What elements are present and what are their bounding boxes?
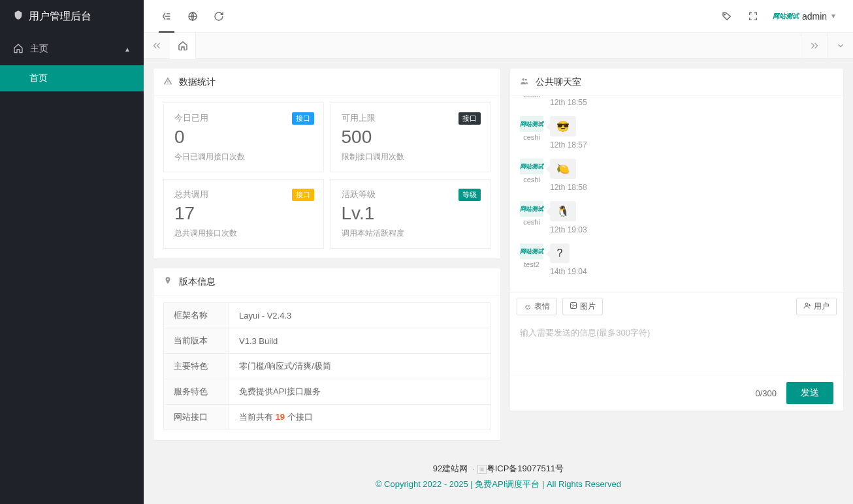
stats-header: 数据统计 — [153, 69, 500, 96]
logo[interactable]: 用户管理后台 — [0, 0, 144, 33]
chat-username: test2 — [520, 260, 543, 268]
table-row: 主要特色零门槛/响应式/清爽/极简 — [164, 354, 491, 379]
image-icon — [570, 302, 577, 311]
stat-value: Lv.1 — [342, 203, 480, 224]
home-icon — [13, 43, 24, 55]
stat-card: 接口 总共调用 17 总共调用接口次数 — [163, 179, 324, 249]
stat-desc: 限制接口调用次数 — [342, 151, 480, 163]
footer-icp-link[interactable]: 粤ICP备19077511号 — [487, 464, 564, 473]
stat-card: 等级 活跃等级 Lv.1 调用本站活跃程度 — [330, 179, 491, 249]
users-icon — [520, 76, 529, 87]
chat-bubble: 🍋 — [550, 159, 576, 179]
chat-messages[interactable]: 网站测试 ceshi 😀 12th 18:55 网站测试 ceshi 😎 12t… — [510, 96, 843, 292]
smile-icon: ☺ — [524, 302, 532, 311]
stat-badge: 接口 — [459, 112, 481, 125]
chat-username: ceshi — [520, 176, 543, 183]
svg-point-6 — [805, 303, 808, 306]
stat-badge: 接口 — [292, 112, 314, 125]
chat-bubble: ? — [550, 244, 570, 263]
svg-point-2 — [523, 78, 525, 81]
chat-message: 网站测试 ceshi 😀 12th 18:55 — [520, 96, 833, 107]
chat-username: ceshi — [520, 133, 543, 141]
warning-icon — [163, 76, 172, 87]
chat-message: 网站测试 ceshi 😎 12th 18:57 — [520, 116, 833, 150]
avatar: 网站测试 — [520, 116, 543, 132]
user-menu[interactable]: 网站测试 admin ▼ — [766, 11, 843, 22]
chat-message: 网站测试 test2 ? 14th 19:04 — [520, 244, 833, 276]
avatar: 网站测试 — [520, 244, 543, 259]
table-row: 服务特色免费提供API接口服务 — [164, 379, 491, 405]
stat-card: 接口 今日已用 0 今日已调用接口次数 — [163, 102, 324, 172]
stat-value: 17 — [174, 203, 313, 224]
add-user-icon — [803, 302, 811, 311]
emoji-button[interactable]: ☺ 表情 — [517, 298, 557, 315]
chat-message: 网站测试 ceshi 🐧 12th 19:03 — [520, 201, 833, 234]
broken-image-icon: ▣ — [477, 465, 487, 474]
chat-time: 12th 18:57 — [550, 140, 833, 150]
logo-icon — [13, 10, 24, 23]
chat-input[interactable] — [510, 321, 843, 373]
chat-bubble: 🐧 — [550, 201, 576, 221]
svg-point-5 — [572, 304, 573, 306]
fullscreen-button[interactable] — [740, 0, 766, 33]
nav-home[interactable]: 主页 ▲ — [0, 33, 144, 65]
tab-home[interactable] — [170, 33, 196, 59]
avatar: 网站测试 — [520, 201, 543, 217]
send-button[interactable]: 发送 — [786, 382, 833, 404]
brand-badge: 网站测试 — [773, 12, 799, 21]
stat-badge: 等级 — [459, 189, 481, 201]
tabs-dropdown-button[interactable] — [827, 33, 853, 59]
chat-time: 14th 19:04 — [550, 267, 833, 276]
chat-header: 公共聊天室 — [510, 69, 843, 96]
nav-sub-home[interactable]: 首页 — [0, 65, 144, 91]
table-row: 网站接口当前共有 19 个接口 — [164, 405, 491, 430]
chat-time: 12th 18:58 — [550, 183, 833, 192]
stat-card: 接口 可用上限 500 限制接口调用次数 — [330, 102, 491, 172]
pin-icon — [163, 276, 172, 287]
chat-message: 网站测试 ceshi 🍋 12th 18:58 — [520, 159, 833, 192]
stat-value: 0 — [174, 127, 313, 148]
version-header: 版本信息 — [153, 268, 500, 296]
chat-time: 12th 19:03 — [550, 225, 833, 234]
footer: 92建站网 · ▣粤ICP备19077511号 © Copyright 2022… — [153, 450, 843, 503]
username: admin — [802, 11, 827, 22]
chevron-down-icon: ▼ — [830, 12, 837, 20]
footer-site-link[interactable]: 92建站网 — [433, 464, 468, 473]
logo-text: 用户管理后台 — [29, 10, 91, 24]
stat-badge: 接口 — [292, 189, 314, 201]
chat-time: 12th 18:55 — [550, 98, 833, 107]
image-button[interactable]: 图片 — [562, 298, 603, 315]
tabs-next-button[interactable] — [801, 33, 827, 59]
stat-desc: 调用本站活跃程度 — [342, 228, 480, 239]
stat-value: 500 — [342, 127, 480, 148]
nav-home-label: 主页 — [30, 43, 48, 55]
table-row: 当前版本V1.3 Build — [164, 328, 491, 354]
menu-toggle-button[interactable] — [153, 0, 180, 33]
user-button[interactable]: 用户 — [796, 298, 837, 315]
footer-copyright: © Copyright 2022 - 2025 | 免费API调度平台 | Al… — [167, 479, 830, 490]
version-table: 框架名称Layui - V2.4.3当前版本V1.3 Build主要特色零门槛/… — [163, 302, 491, 430]
svg-point-1 — [724, 14, 725, 14]
tabs-prev-button[interactable] — [144, 33, 170, 59]
chevron-up-icon: ▲ — [124, 46, 131, 53]
refresh-button[interactable] — [206, 0, 232, 33]
chat-username: ceshi — [520, 218, 543, 226]
globe-button[interactable] — [180, 0, 206, 33]
svg-point-3 — [525, 79, 527, 81]
stat-desc: 总共调用接口次数 — [174, 228, 313, 239]
chat-bubble: 😎 — [550, 116, 576, 136]
tag-button[interactable] — [714, 0, 740, 33]
char-count: 0/300 — [755, 388, 777, 398]
stat-desc: 今日已调用接口次数 — [174, 151, 313, 163]
avatar: 网站测试 — [520, 159, 543, 174]
table-row: 框架名称Layui - V2.4.3 — [164, 303, 491, 328]
chat-username: ceshi — [520, 96, 543, 99]
